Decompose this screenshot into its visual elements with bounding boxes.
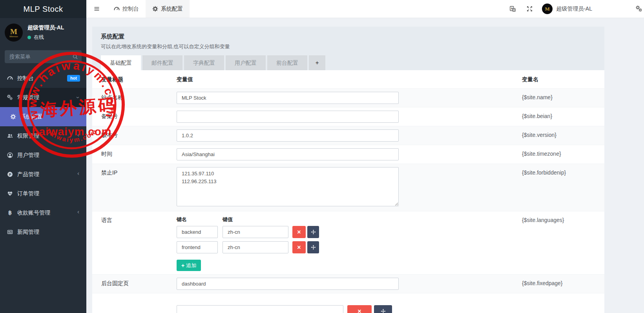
kv-value-input[interactable] — [177, 305, 343, 313]
dashboard-icon — [7, 75, 13, 81]
topnav-dashboard[interactable]: 控制台 — [107, 0, 146, 18]
sidebar-toggle-button[interactable] — [86, 0, 107, 18]
topnav-label: 系统配置 — [161, 5, 183, 13]
table-row: 语言 键名 键值 — [92, 211, 604, 274]
table-row: 后台固定页 {$site.fixedpage} — [92, 274, 604, 293]
heartbeat-icon — [7, 191, 13, 197]
tab-basic-config[interactable]: 基础配置 — [101, 55, 141, 70]
plus-icon — [181, 262, 186, 269]
config-table: 变量标题 变量值 变量名 站点名称 {$site.name} 备案号 {$sit… — [92, 70, 604, 313]
search-input[interactable] — [5, 50, 82, 63]
bitcoin-icon — [7, 210, 13, 216]
fullscreen-icon — [526, 5, 533, 12]
config-title: 时间 — [101, 148, 177, 160]
hot-badge: hot — [67, 75, 80, 82]
drag-pair-button[interactable] — [307, 241, 319, 253]
sidebar-search — [5, 50, 82, 63]
config-title: 站点名称 — [101, 92, 177, 104]
column-header-title: 变量标题 — [101, 76, 177, 83]
forbidden-ip-textarea[interactable]: 121.35.97.110 112.96.225.113 — [177, 167, 399, 206]
settings-button[interactable] — [631, 0, 644, 18]
site-name-input[interactable] — [177, 92, 399, 104]
kv-key-input[interactable] — [177, 226, 218, 238]
fixedpage-input[interactable] — [177, 278, 399, 290]
avatar-caption: Millennium — [9, 36, 18, 38]
kv-value-input[interactable] — [223, 226, 288, 238]
variable-name: {$site.fixedpage} — [522, 278, 604, 290]
sidebar-item-auth[interactable]: 权限管理 — [0, 126, 86, 146]
sidebar-item-label: 常规管理 — [17, 94, 39, 101]
timezone-input[interactable] — [177, 148, 399, 160]
table-row: 禁止IP 121.35.97.110 112.96.225.113 {$site… — [92, 164, 604, 211]
variable-name: {$site.beian} — [522, 111, 604, 123]
key-value-header: 键值 — [223, 216, 268, 223]
table-row-partial — [92, 293, 604, 313]
variable-name: {$site.forbiddenip} — [522, 167, 604, 208]
kv-row — [177, 241, 522, 253]
system-config-panel: 系统配置 可以在此增改系统的变量和分组,也可以自定义分组和变量 基础配置 邮件配… — [92, 27, 604, 313]
version-input[interactable] — [177, 129, 399, 142]
language-icon — [509, 5, 516, 12]
menu-icon — [93, 5, 100, 12]
product-icon — [7, 171, 13, 177]
beian-input[interactable] — [177, 111, 399, 123]
topbar-user[interactable]: M 超级管理员-AL — [538, 4, 596, 14]
page-title: 系统配置 — [101, 33, 596, 40]
users-icon — [7, 133, 13, 139]
variable-name: {$site.version} — [522, 129, 604, 142]
tab-frontend-config[interactable]: 前台配置 — [267, 55, 307, 70]
news-icon — [7, 229, 13, 235]
user-meta: 超级管理员-AL 在线 — [27, 24, 64, 41]
config-title: 备案号 — [101, 111, 177, 123]
sidebar-item-news[interactable]: 新闻管理 — [0, 222, 86, 242]
page-subtitle: 可以在此增改系统的变量和分组,也可以自定义分组和变量 — [101, 43, 596, 50]
delete-pair-button[interactable] — [347, 305, 372, 313]
sidebar-item-payment-accounts[interactable]: 收款账号管理 — [0, 203, 86, 222]
topnav-system-config[interactable]: 系统配置 — [146, 0, 190, 18]
tab-mail-config[interactable]: 邮件配置 — [142, 55, 182, 70]
table-header-row: 变量标题 变量值 变量名 — [92, 70, 604, 88]
table-row: 版本号 {$site.version} — [92, 126, 604, 145]
delete-pair-button[interactable] — [292, 241, 306, 253]
sidebar-item-orders[interactable]: 订单管理 — [0, 184, 86, 203]
sidebar-item-users[interactable]: 用户管理 — [0, 146, 86, 165]
language-kv-editor: 键名 键值 — [177, 215, 522, 271]
drag-pair-button[interactable] — [307, 226, 319, 238]
variable-name: {$site.timezone} — [522, 148, 604, 160]
sidebar-item-label: 订单管理 — [17, 190, 39, 197]
add-tab-button[interactable]: + — [309, 55, 325, 70]
config-title — [101, 305, 177, 313]
fullscreen-button[interactable] — [521, 0, 538, 18]
online-dot — [27, 36, 31, 39]
kv-row — [177, 226, 522, 238]
sidebar-item-general[interactable]: 常规管理 — [0, 88, 86, 107]
sidebar-item-products[interactable]: 产品管理 — [0, 165, 86, 184]
close-icon — [297, 244, 301, 251]
app-logo[interactable]: MLP Stock — [0, 0, 86, 18]
config-tabs: 基础配置 邮件配置 字典配置 用户配置 前台配置 + — [101, 55, 596, 70]
sidebar-item-label: 产品管理 — [17, 171, 39, 178]
user-icon — [7, 152, 13, 158]
tab-user-config[interactable]: 用户配置 — [226, 55, 266, 70]
delete-pair-button[interactable] — [292, 226, 306, 238]
close-icon — [297, 229, 301, 235]
cogs-icon — [636, 5, 642, 12]
kv-value-input[interactable] — [223, 241, 288, 253]
user-name: 超级管理员-AL — [556, 5, 592, 13]
sidebar-item-system-config[interactable]: 系统配置 — [0, 107, 86, 126]
gear-icon — [152, 6, 158, 12]
drag-pair-button[interactable] — [374, 305, 392, 313]
avatar: M Millennium — [5, 24, 23, 42]
table-row: 时间 {$site.timezone} — [92, 145, 604, 164]
close-icon — [358, 308, 361, 313]
variable-name: {$site.name} — [522, 92, 604, 104]
sidebar-item-dashboard[interactable]: 控制台 hot — [0, 69, 86, 88]
user-status: 在线 — [27, 34, 64, 41]
tab-dictionary-config[interactable]: 字典配置 — [184, 55, 224, 70]
append-button[interactable]: 追加 — [177, 260, 201, 271]
kv-key-input[interactable] — [177, 241, 218, 253]
language-button[interactable] — [504, 0, 521, 18]
column-header-value: 变量值 — [177, 76, 522, 83]
topbar-right: M 超级管理员-AL — [504, 0, 644, 18]
gears-icon — [7, 95, 13, 100]
